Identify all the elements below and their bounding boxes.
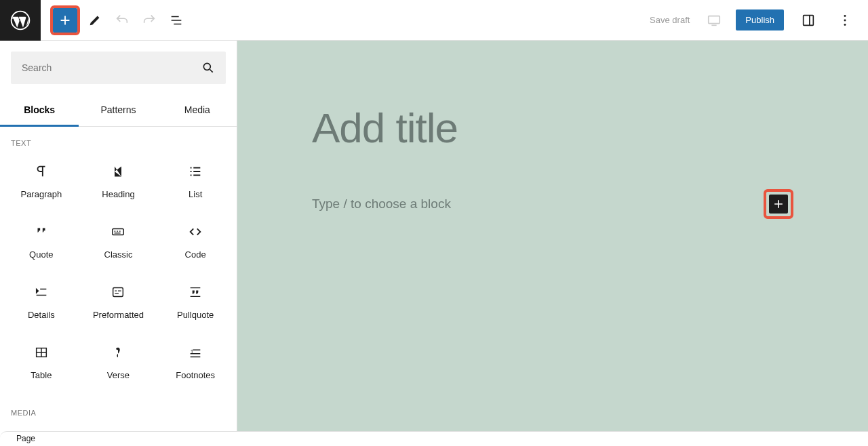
more-options-icon[interactable] <box>833 8 857 33</box>
main-area: Blocks Patterns Media TEXT Paragraph Hea… <box>0 41 868 431</box>
add-block-inline-button[interactable] <box>769 195 788 214</box>
body-placeholder[interactable]: Type / to choose a block <box>312 197 451 211</box>
block-footnotes[interactable]: 1 Footnotes <box>157 333 234 394</box>
body-row: Type / to choose a block <box>312 189 793 219</box>
block-verse[interactable]: Verse <box>80 333 157 394</box>
footer-breadcrumb: Page <box>0 431 868 446</box>
tab-media[interactable]: Media <box>158 95 237 126</box>
block-inserter-panel: Blocks Patterns Media TEXT Paragraph Hea… <box>0 41 237 431</box>
footnotes-icon: 1 <box>187 344 203 361</box>
toolbar-right: Save draft Publish <box>650 8 868 33</box>
block-pullquote[interactable]: Pullquote <box>157 273 234 333</box>
edit-tool-icon[interactable] <box>83 8 107 33</box>
paragraph-icon <box>33 163 50 180</box>
toolbar-left <box>0 0 189 40</box>
quote-icon <box>33 224 50 240</box>
block-list[interactable]: List <box>157 153 234 213</box>
block-heading[interactable]: Heading <box>80 153 157 213</box>
block-table[interactable]: Table <box>3 333 80 394</box>
verse-icon <box>110 344 126 361</box>
undo-icon[interactable] <box>110 8 134 33</box>
save-draft-button[interactable]: Save draft <box>650 15 690 25</box>
tab-patterns[interactable]: Patterns <box>79 95 157 126</box>
svg-point-4 <box>844 19 846 21</box>
block-code[interactable]: Code <box>157 213 234 273</box>
block-details[interactable]: Details <box>3 273 80 333</box>
breadcrumb-item[interactable]: Page <box>16 434 35 443</box>
svg-point-3 <box>844 15 846 17</box>
section-title-text: TEXT <box>0 127 237 153</box>
section-title-media: MEDIA <box>0 397 237 422</box>
svg-rect-7 <box>113 228 124 235</box>
inline-add-highlight <box>764 189 793 219</box>
title-placeholder[interactable]: Add title <box>312 105 793 151</box>
add-block-highlight <box>50 5 80 35</box>
settings-sidebar-toggle-icon[interactable] <box>796 8 821 33</box>
svg-rect-1 <box>709 16 720 23</box>
blocks-grid: Paragraph Heading List Quote <box>0 153 237 397</box>
block-classic[interactable]: Classic <box>80 213 157 273</box>
tab-blocks[interactable]: Blocks <box>0 95 79 127</box>
preview-icon[interactable] <box>702 8 726 33</box>
search-box[interactable] <box>11 52 226 84</box>
inserter-tabs: Blocks Patterns Media <box>0 95 237 127</box>
svg-point-5 <box>844 23 846 25</box>
heading-icon <box>110 163 126 180</box>
list-icon <box>187 163 203 180</box>
redo-icon[interactable] <box>137 8 161 33</box>
preformatted-icon <box>110 284 126 300</box>
pullquote-icon <box>187 284 203 300</box>
search-icon <box>201 61 215 75</box>
svg-rect-2 <box>804 15 814 25</box>
classic-icon <box>110 224 126 240</box>
svg-point-6 <box>203 63 210 70</box>
table-icon <box>33 344 50 361</box>
block-preformatted[interactable]: Preformatted <box>80 273 157 333</box>
code-icon <box>187 224 203 240</box>
svg-rect-8 <box>113 288 123 297</box>
block-quote[interactable]: Quote <box>3 213 80 273</box>
top-toolbar: Save draft Publish <box>0 0 868 41</box>
publish-button[interactable]: Publish <box>736 9 784 31</box>
details-icon <box>33 284 50 300</box>
document-overview-icon[interactable] <box>164 8 189 33</box>
toggle-inserter-button[interactable] <box>53 8 77 33</box>
block-paragraph[interactable]: Paragraph <box>3 153 80 213</box>
editor-canvas[interactable]: Add title Type / to choose a block <box>237 41 868 431</box>
search-input[interactable] <box>22 62 176 73</box>
wordpress-logo[interactable] <box>0 0 41 41</box>
